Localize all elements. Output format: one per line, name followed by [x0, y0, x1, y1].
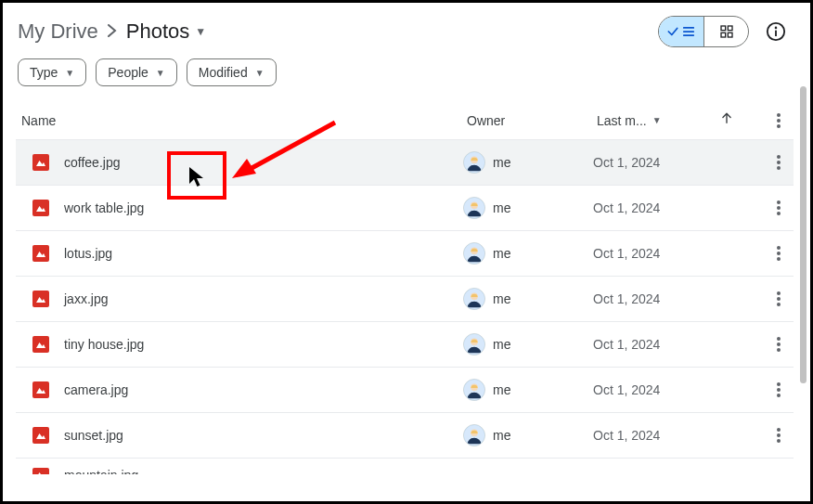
caret-down-icon: ▼	[652, 115, 662, 125]
row-more-button[interactable]	[742, 155, 788, 170]
filter-modified-label: Modified	[199, 65, 248, 80]
file-modified: Oct 1, 2024	[593, 428, 742, 443]
column-header-modified[interactable]: Last m... ▼	[597, 113, 708, 128]
file-name: camera.jpg	[64, 382, 463, 397]
row-more-button[interactable]	[742, 291, 788, 306]
check-icon	[666, 25, 679, 38]
filter-people-label: People	[108, 65, 148, 80]
file-modified: Oct 1, 2024	[593, 382, 742, 397]
file-owner: me	[493, 200, 510, 215]
list-icon	[681, 25, 696, 38]
column-header-owner[interactable]: Owner	[467, 113, 597, 128]
image-file-icon	[32, 336, 49, 353]
filter-type-label: Type	[30, 65, 58, 80]
file-modified: Oct 1, 2024	[593, 337, 742, 352]
caret-down-icon: ▼	[195, 25, 206, 38]
more-vert-icon	[777, 113, 781, 128]
image-file-icon	[32, 154, 49, 171]
list-view-button[interactable]	[659, 17, 703, 46]
filter-type[interactable]: Type ▼	[18, 58, 86, 86]
file-name: coffee.jpg	[64, 155, 463, 170]
column-header-name[interactable]: Name	[21, 113, 467, 128]
row-more-button[interactable]	[742, 428, 788, 443]
filter-people[interactable]: People ▼	[96, 58, 177, 86]
row-more-button[interactable]	[742, 382, 788, 397]
image-file-icon	[32, 381, 49, 398]
svg-marker-22	[36, 388, 45, 394]
file-owner: me	[493, 382, 510, 397]
image-file-icon	[32, 427, 49, 444]
table-row[interactable]: coffee.jpg me Oct 1, 2024	[16, 139, 794, 185]
breadcrumb-current[interactable]: Photos ▼	[126, 19, 206, 44]
avatar	[463, 197, 485, 219]
svg-point-5	[775, 27, 778, 30]
table-row[interactable]: work table.jpg me Oct 1, 2024	[16, 185, 794, 230]
image-file-icon	[32, 245, 49, 262]
breadcrumb: My Drive Photos ▼	[18, 19, 206, 44]
file-owner: me	[493, 428, 510, 443]
more-vert-icon	[777, 428, 781, 443]
svg-rect-3	[728, 32, 732, 37]
table-row[interactable]: mountain.jpg	[16, 458, 794, 474]
image-file-icon	[32, 468, 49, 474]
row-more-button[interactable]	[742, 200, 788, 215]
file-name: work table.jpg	[64, 200, 463, 215]
avatar	[463, 242, 485, 265]
file-owner: me	[493, 291, 510, 306]
scrollbar[interactable]	[800, 86, 807, 383]
table-row[interactable]: camera.jpg me Oct 1, 2024	[16, 367, 794, 412]
file-modified: Oct 1, 2024	[593, 291, 742, 306]
svg-rect-0	[721, 26, 726, 31]
file-modified: Oct 1, 2024	[593, 246, 742, 261]
file-modified: Oct 1, 2024	[593, 200, 742, 215]
view-switch	[658, 16, 749, 47]
filter-modified[interactable]: Modified ▼	[187, 58, 277, 86]
table-row[interactable]: jaxx.jpg me Oct 1, 2024	[16, 276, 794, 321]
svg-marker-10	[36, 206, 45, 212]
grid-icon	[719, 24, 734, 39]
svg-rect-2	[721, 32, 726, 37]
more-vert-icon	[777, 382, 781, 397]
file-owner: me	[493, 155, 510, 170]
arrow-up-icon	[720, 110, 733, 130]
avatar	[463, 379, 485, 401]
breadcrumb-current-label: Photos	[126, 19, 190, 44]
avatar	[463, 151, 485, 174]
info-button[interactable]	[760, 16, 792, 47]
avatar	[463, 333, 485, 355]
file-owner: me	[493, 337, 510, 352]
svg-marker-7	[36, 161, 45, 166]
caret-down-icon: ▼	[255, 68, 265, 78]
table-row[interactable]: sunset.jpg me Oct 1, 2024	[16, 412, 794, 458]
info-icon	[766, 21, 786, 42]
chevron-right-icon	[108, 22, 117, 42]
table-row[interactable]: tiny house.jpg me Oct 1, 2024	[16, 321, 794, 367]
file-name: tiny house.jpg	[64, 337, 463, 352]
column-settings[interactable]	[745, 113, 788, 128]
file-name: sunset.jpg	[64, 428, 463, 443]
svg-marker-19	[36, 342, 45, 348]
caret-down-icon: ▼	[156, 68, 165, 78]
avatar	[463, 288, 485, 310]
svg-rect-6	[775, 31, 777, 36]
more-vert-icon	[777, 200, 781, 215]
row-more-button[interactable]	[742, 246, 788, 261]
breadcrumb-root[interactable]: My Drive	[18, 19, 98, 44]
image-file-icon	[32, 200, 49, 216]
more-vert-icon	[777, 337, 781, 352]
caret-down-icon: ▼	[65, 68, 74, 78]
svg-marker-13	[36, 252, 45, 257]
row-more-button[interactable]	[742, 337, 788, 352]
grid-view-button[interactable]	[703, 17, 748, 46]
file-modified: Oct 1, 2024	[593, 155, 742, 170]
file-name: lotus.jpg	[64, 246, 463, 261]
svg-marker-28	[36, 472, 45, 474]
avatar	[463, 424, 485, 446]
sort-direction[interactable]	[708, 110, 745, 130]
file-name: jaxx.jpg	[64, 291, 463, 306]
image-file-icon	[32, 291, 49, 307]
svg-marker-16	[36, 297, 45, 303]
more-vert-icon	[777, 291, 781, 306]
svg-marker-25	[36, 433, 45, 439]
table-row[interactable]: lotus.jpg me Oct 1, 2024	[16, 230, 794, 276]
